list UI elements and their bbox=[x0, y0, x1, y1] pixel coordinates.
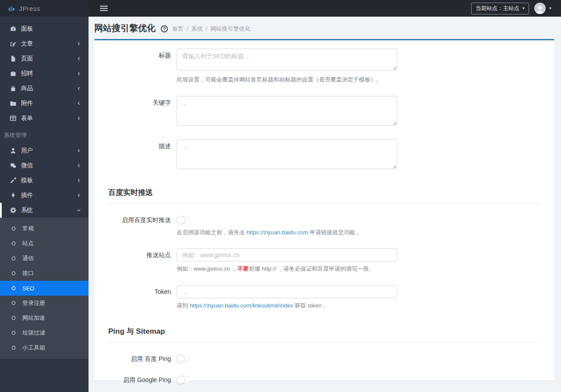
submenu-item-label: 网站加速 bbox=[22, 314, 45, 322]
form-group-title: 标题 此项设置，可能会覆盖掉网站首页标题和副标题的设置（是否覆盖决定于模板）。 bbox=[94, 49, 554, 84]
submenu-item-label: 通信 bbox=[22, 254, 34, 262]
sidebar-item-templates[interactable]: 模板 bbox=[0, 173, 89, 188]
sidebar: 面板 文章 页面 招聘 商品 附件 表单 bbox=[0, 17, 89, 392]
brand[interactable]: JPress bbox=[0, 0, 89, 17]
submenu-item-login-register[interactable]: 登录注册 bbox=[0, 296, 89, 311]
chevron-left-icon bbox=[76, 56, 82, 61]
settings-card: 标题 此项设置，可能会覆盖掉网站首页标题和副标题的设置（是否覆盖决定于模板）。 … bbox=[94, 39, 554, 381]
breadcrumb-separator: / bbox=[187, 25, 188, 33]
submenu-item-label: 垃圾过滤 bbox=[22, 329, 45, 337]
page-title: 网站搜引擎优化 bbox=[94, 22, 156, 34]
sidebar-toggle-hamburger-icon[interactable] bbox=[100, 6, 108, 11]
submenu-item-label: 登录注册 bbox=[22, 299, 45, 307]
help-text: 申请链接提交功能 。 bbox=[308, 229, 362, 236]
form-group-enable-baidu-push: 启用百度实时推送 在启用该功能之前，请先去 https://ziyuan.bai… bbox=[94, 216, 554, 237]
help-question-icon[interactable]: ? bbox=[161, 25, 168, 32]
submenu-item-communication[interactable]: 通信 bbox=[0, 251, 89, 266]
submenu-item-sites[interactable]: 站点 bbox=[0, 236, 89, 251]
chevron-left-icon bbox=[76, 163, 82, 168]
sidebar-item-label: 模板 bbox=[21, 177, 33, 184]
help-text: 在启用该功能之前，请先去 bbox=[177, 229, 247, 236]
breadcrumb-home[interactable]: 首页 bbox=[172, 25, 184, 33]
avatar bbox=[534, 3, 546, 14]
sidebar-item-wechat[interactable]: 微信 bbox=[0, 158, 89, 173]
ping-sitemap-section-heading: Ping 与 Sitemap bbox=[108, 326, 540, 343]
wechat-icon bbox=[10, 162, 17, 169]
user-icon bbox=[10, 147, 17, 154]
edit-icon bbox=[10, 40, 17, 47]
sidebar-item-pages[interactable]: 页面 bbox=[0, 51, 89, 66]
form-group-baidu-ping: 启用 百度 Ping bbox=[94, 355, 554, 364]
google-ping-toggle[interactable] bbox=[177, 376, 189, 383]
breadcrumb-current: 网站搜引擎优化 bbox=[210, 25, 250, 33]
sidebar-item-products[interactable]: 商品 bbox=[0, 81, 89, 96]
circle-icon bbox=[11, 255, 17, 261]
description-label: 描述 bbox=[94, 139, 171, 171]
sidebar-item-dashboard[interactable]: 面板 bbox=[0, 21, 89, 36]
file-icon bbox=[10, 55, 17, 62]
sidebar-item-forms[interactable]: 表单 bbox=[0, 111, 89, 126]
breadcrumb-system[interactable]: 系统 bbox=[192, 25, 203, 33]
chevron-left-icon bbox=[76, 86, 82, 91]
sidebar-item-plugins[interactable]: 插件 bbox=[0, 188, 89, 203]
circle-icon bbox=[11, 345, 17, 351]
chevron-down-icon bbox=[76, 208, 82, 213]
push-site-input[interactable] bbox=[177, 248, 397, 261]
tools-icon bbox=[10, 177, 17, 184]
breadcrumb: 首页 / 系统 / 网站搜引擎优化 bbox=[172, 25, 250, 33]
caret-down-icon: ▾ bbox=[549, 6, 551, 11]
token-input[interactable] bbox=[177, 285, 397, 298]
brand-name: JPress bbox=[19, 5, 40, 12]
system-submenu: 常规 站点 通信 接口 SEO 登录注册 bbox=[0, 218, 89, 359]
submenu-item-general[interactable]: 常规 bbox=[0, 221, 89, 236]
site-switcher-label: 当前站点：主站点 bbox=[476, 5, 519, 12]
seo-title-textarea[interactable] bbox=[177, 49, 397, 71]
site-switcher-dropdown[interactable]: 当前站点：主站点 ▾ bbox=[471, 3, 529, 14]
linksubmit-link[interactable]: https://ziyuan.baidu.com/linksubmit/inde… bbox=[190, 302, 293, 309]
sidebar-item-label: 系统 bbox=[21, 206, 33, 214]
sidebar-item-label: 附件 bbox=[21, 99, 33, 107]
baidu-ping-toggle[interactable] bbox=[177, 355, 189, 362]
sidebar-item-label: 插件 bbox=[21, 191, 33, 199]
sidebar-section-label: 系统管理 bbox=[0, 126, 89, 143]
seo-description-textarea[interactable] bbox=[177, 139, 397, 169]
google-ping-label: 启用 Google Ping bbox=[94, 376, 171, 385]
enable-baidu-push-toggle[interactable] bbox=[177, 216, 189, 223]
chevron-left-icon bbox=[76, 178, 82, 183]
circle-icon bbox=[11, 300, 17, 306]
sidebar-item-recruit[interactable]: 招聘 bbox=[0, 66, 89, 81]
sidebar-item-articles[interactable]: 文章 bbox=[0, 36, 89, 51]
sidebar-item-label: 招聘 bbox=[21, 70, 33, 78]
baidu-ping-label: 启用 百度 Ping bbox=[94, 355, 171, 364]
sidebar-item-label: 页面 bbox=[21, 55, 33, 63]
sidebar-item-label: 表单 bbox=[21, 114, 33, 122]
submenu-item-label: 接口 bbox=[22, 269, 34, 277]
submenu-item-toolbox[interactable]: 小工具箱 bbox=[0, 340, 89, 355]
user-silhouette-icon bbox=[535, 4, 545, 14]
chevron-left-icon bbox=[76, 116, 82, 121]
submenu-item-label: 小工具箱 bbox=[22, 344, 45, 352]
token-label: Token bbox=[94, 285, 171, 310]
submenu-item-spam-filter[interactable]: 垃圾过滤 bbox=[0, 325, 89, 340]
submenu-item-api[interactable]: 接口 bbox=[0, 266, 89, 281]
submenu-item-label: 常规 bbox=[22, 225, 34, 233]
seo-keywords-textarea[interactable] bbox=[177, 96, 397, 126]
plug-icon bbox=[10, 192, 17, 199]
shopping-bag-icon bbox=[10, 85, 17, 92]
title-label: 标题 bbox=[94, 49, 171, 84]
submenu-item-seo[interactable]: SEO bbox=[0, 281, 89, 296]
sidebar-item-system[interactable]: 系统 bbox=[0, 203, 89, 218]
circle-icon bbox=[11, 315, 17, 321]
circle-icon bbox=[11, 330, 17, 336]
gear-icon bbox=[10, 207, 17, 214]
folder-icon bbox=[10, 100, 17, 107]
user-menu[interactable]: ▾ bbox=[534, 3, 551, 14]
submenu-item-site-speed[interactable]: 网站加速 bbox=[0, 311, 89, 325]
sidebar-item-label: 文章 bbox=[21, 40, 33, 48]
token-help: 请到 https://ziyuan.baidu.com/linksubmit/i… bbox=[177, 301, 397, 310]
sidebar-item-users[interactable]: 用户 bbox=[0, 143, 89, 158]
sidebar-item-attachments[interactable]: 附件 bbox=[0, 96, 89, 111]
sidebar-item-label: 微信 bbox=[21, 162, 33, 170]
briefcase-icon bbox=[10, 70, 17, 77]
baidu-ziyuan-link[interactable]: https://ziyuan.baidu.com bbox=[247, 229, 308, 236]
